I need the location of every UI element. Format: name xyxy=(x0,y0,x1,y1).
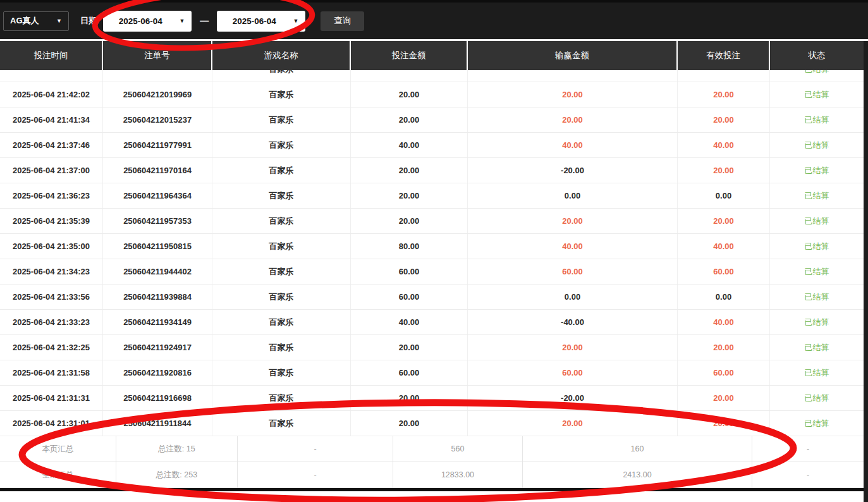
status-cell: 已结算 xyxy=(770,310,864,334)
winloss-cell: -20.00 xyxy=(468,386,678,410)
bet-amount-cell: 20.00 xyxy=(351,209,468,233)
partial-game-cell: 百家乐 xyxy=(212,70,351,82)
date-from-select[interactable]: 2025-06-04 ▼ xyxy=(103,11,192,32)
bet-time-cell: 2025-06-04 21:35:00 xyxy=(0,234,103,259)
game-name-cell: 百家乐 xyxy=(212,411,351,436)
chevron-down-icon: ▼ xyxy=(293,18,298,24)
date-to-select[interactable]: 2025-06-04 ▼ xyxy=(217,11,305,32)
bet-amount-cell: 20.00 xyxy=(351,183,468,208)
winloss-cell: 60.00 xyxy=(468,259,678,284)
winloss-cell: 40.00 xyxy=(468,133,678,157)
bet-time-cell: 2025-06-04 21:42:02 xyxy=(0,82,103,107)
bet-id-cell: 250604211939884 xyxy=(103,285,212,309)
valid-bet-cell: 60.00 xyxy=(678,259,770,284)
valid-bet-cell: 40.00 xyxy=(678,310,770,334)
status-cell: 已结算 xyxy=(770,82,864,107)
chevron-down-icon: ▼ xyxy=(56,18,62,24)
bet-time-cell: 2025-06-04 21:34:23 xyxy=(0,259,103,284)
date-label: 日期: xyxy=(80,15,99,27)
bet-amount-cell: 60.00 xyxy=(351,285,468,309)
valid-bet-cell: 40.00 xyxy=(678,234,770,259)
bet-amount-cell: 60.00 xyxy=(351,360,468,385)
table-body-rows: 2025-06-04 21:42:02 250604212019969 百家乐 … xyxy=(0,82,868,436)
status-cell: 已结算 xyxy=(770,285,864,309)
total-summary-winloss: 2413.00 xyxy=(523,462,752,487)
bet-time-cell: 2025-06-04 21:37:00 xyxy=(0,158,103,183)
winloss-cell: -40.00 xyxy=(468,310,678,334)
game-name-cell: 百家乐 xyxy=(212,107,351,132)
valid-bet-cell: 20.00 xyxy=(678,82,770,107)
bet-amount-cell: 20.00 xyxy=(351,158,468,183)
bet-id-cell: 250604212015237 xyxy=(103,107,212,132)
table-row: 2025-06-04 21:42:02 250604212019969 百家乐 … xyxy=(0,82,868,107)
total-summary-label: 全部汇总 xyxy=(0,462,116,487)
page-summary-label: 本页汇总 xyxy=(0,436,116,462)
bet-time-cell: 2025-06-04 21:31:58 xyxy=(0,360,103,385)
valid-bet-cell: 40.00 xyxy=(678,133,770,157)
bet-time-cell: 2025-06-04 21:41:34 xyxy=(0,107,103,132)
status-cell: 已结算 xyxy=(770,335,864,360)
page-summary-count: 总注数: 15 xyxy=(116,436,238,462)
date-range-separator: — xyxy=(200,16,209,26)
bet-time-cell: 2025-06-04 21:33:56 xyxy=(0,285,103,309)
bet-amount-cell: 20.00 xyxy=(351,335,468,360)
valid-bet-cell: 20.00 xyxy=(678,411,770,436)
bet-amount-cell: 60.00 xyxy=(351,259,468,284)
column-header-game-name: 游戏名称 xyxy=(212,41,351,70)
winloss-cell: 20.00 xyxy=(468,209,678,233)
game-name-cell: 百家乐 xyxy=(212,209,351,233)
game-name-cell: 百家乐 xyxy=(212,386,351,410)
bet-amount-cell: 40.00 xyxy=(351,133,468,157)
bottom-bar xyxy=(0,488,868,491)
valid-bet-cell: 20.00 xyxy=(678,335,770,360)
bet-amount-cell: 20.00 xyxy=(351,411,468,436)
bet-id-cell: 250604211944402 xyxy=(103,259,212,284)
bet-amount-cell: 20.00 xyxy=(351,107,468,132)
game-name-cell: 百家乐 xyxy=(212,158,351,183)
game-name-cell: 百家乐 xyxy=(212,133,351,157)
page-summary-row: 本页汇总 总注数: 15 - 560 160 - xyxy=(0,436,868,462)
table-row: 2025-06-04 21:34:23 250604211944402 百家乐 … xyxy=(0,259,868,285)
bet-time-cell: 2025-06-04 21:37:46 xyxy=(0,133,103,157)
table-row: 2025-06-04 21:31:01 250604211911844 百家乐 … xyxy=(0,411,868,436)
table-row: 2025-06-04 21:35:39 250604211957353 百家乐 … xyxy=(0,209,868,234)
bet-id-cell: 250604211957353 xyxy=(103,209,212,233)
table-row: 2025-06-04 21:37:46 250604211977991 百家乐 … xyxy=(0,133,868,158)
valid-bet-cell: 0.00 xyxy=(678,285,770,309)
column-header-bet-time: 投注时间 xyxy=(0,41,103,70)
valid-bet-cell: 20.00 xyxy=(678,107,770,132)
game-platform-select[interactable]: AG真人 ▼ xyxy=(3,11,69,31)
game-name-cell: 百家乐 xyxy=(212,335,351,360)
bet-id-cell: 250604211916698 xyxy=(103,386,212,410)
winloss-cell: 20.00 xyxy=(468,107,678,132)
bet-id-cell: 250604211924917 xyxy=(103,335,212,360)
winloss-cell: 60.00 xyxy=(468,360,678,385)
winloss-cell: 20.00 xyxy=(468,411,678,436)
bet-id-cell: 250604211950815 xyxy=(103,234,212,259)
page-summary-winloss: 160 xyxy=(523,436,752,462)
game-name-cell: 百家乐 xyxy=(212,259,351,284)
vertical-scrollbar[interactable] xyxy=(864,41,868,502)
winloss-cell: 0.00 xyxy=(468,183,678,208)
game-name-cell: 百家乐 xyxy=(212,360,351,385)
query-button[interactable]: 查询 xyxy=(321,11,364,31)
total-summary-bet: 12833.00 xyxy=(393,462,523,487)
partially-hidden-row: 百家乐 已结算 xyxy=(0,70,868,82)
valid-bet-cell: 20.00 xyxy=(678,386,770,410)
bet-time-cell: 2025-06-04 21:36:23 xyxy=(0,183,103,208)
total-summary-count: 总注数: 253 xyxy=(116,462,238,487)
bet-id-cell: 250604211911844 xyxy=(103,411,212,436)
column-header-bet-id: 注单号 xyxy=(103,41,212,70)
bet-amount-cell: 20.00 xyxy=(351,386,468,410)
game-name-cell: 百家乐 xyxy=(212,310,351,334)
table-row: 2025-06-04 21:37:00 250604211970164 百家乐 … xyxy=(0,158,868,183)
page-summary-dash-2: - xyxy=(752,436,864,462)
valid-bet-cell: 20.00 xyxy=(678,209,770,233)
bet-time-cell: 2025-06-04 21:31:31 xyxy=(0,386,103,410)
bet-id-cell: 250604211977991 xyxy=(103,133,212,157)
page-summary-bet: 560 xyxy=(393,436,523,462)
topbar: AG真人 ▼ 日期: 2025-06-04 ▼ — 2025-06-04 ▼ 查… xyxy=(0,0,868,41)
game-name-cell: 百家乐 xyxy=(212,285,351,309)
column-header-valid-bet: 有效投注 xyxy=(678,41,770,70)
status-cell: 已结算 xyxy=(770,360,864,385)
